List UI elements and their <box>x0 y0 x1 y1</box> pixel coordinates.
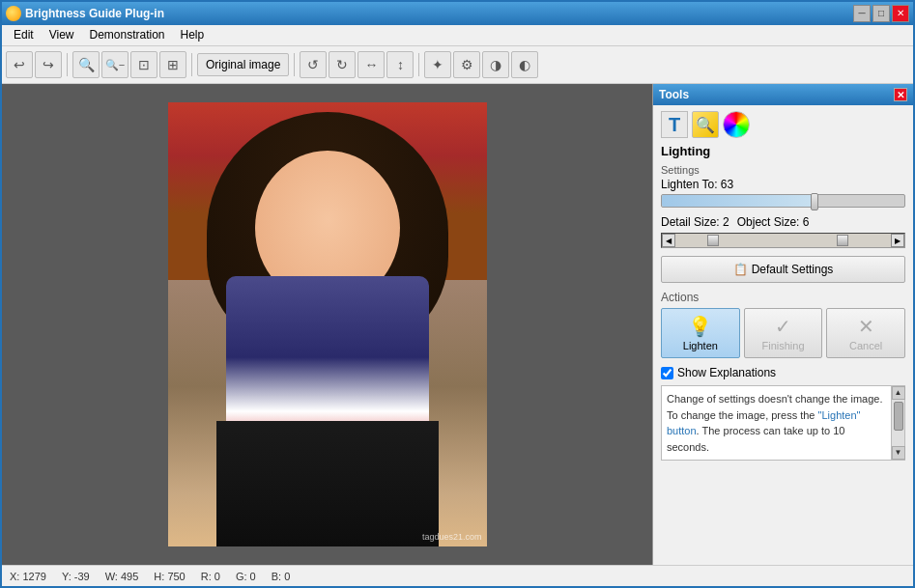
lighten-to-thumb[interactable] <box>811 193 818 210</box>
scroll-up-arrow[interactable]: ▲ <box>892 386 905 400</box>
main-window: Brightness Guide Plug-in ─ □ ✕ Edit View… <box>0 0 915 588</box>
slider-left-arrow[interactable]: ◀ <box>662 234 675 247</box>
lighting-heading: Lighting <box>661 144 905 158</box>
slider-inner-track <box>675 234 891 247</box>
toolbar: ↩ ↪ 🔍 🔍− ⊡ ⊞ Original image ↺ ↻ ↔ ↕ ✦ ⚙ … <box>2 46 913 85</box>
contrast1-button[interactable]: ◑ <box>482 51 509 78</box>
object-size-label: Object Size: 6 <box>737 215 810 229</box>
tools-panel: Tools ✕ T 🔍 Lighting Settings Lighten To… <box>652 84 913 565</box>
finishing-label: Finishing <box>761 340 804 351</box>
status-h: H: 750 <box>154 571 185 582</box>
status-g: G: 0 <box>236 571 256 582</box>
zoom-in-button[interactable]: 🔍 <box>72 51 100 78</box>
explanation-container: Change of settings doesn't change the im… <box>661 385 905 461</box>
default-settings-icon: 📋 <box>733 263 748 276</box>
tools-title-bar: Tools ✕ <box>653 84 913 105</box>
zoom-out-button[interactable]: 🔍− <box>101 51 129 78</box>
detail-object-slider-row: ◀ ▶ <box>661 233 905 248</box>
object-thumb[interactable] <box>837 235 848 246</box>
title-bar-left: Brightness Guide Plug-in <box>6 6 164 21</box>
title-bar: Brightness Guide Plug-in ─ □ ✕ <box>2 2 913 25</box>
menu-demonstration[interactable]: Demonstration <box>81 26 172 43</box>
lighten-label: Lighten <box>683 340 718 351</box>
actual-size-button[interactable]: ⊞ <box>159 51 186 78</box>
explanation-scrollbar: ▲ ▼ <box>891 386 904 460</box>
detail-size-label: Detail Size: 2 <box>661 215 729 229</box>
menu-help[interactable]: Help <box>173 26 213 43</box>
close-button[interactable]: ✕ <box>892 5 909 22</box>
menu-bar: Edit View Demonstration Help <box>2 25 913 46</box>
tools-close-button[interactable]: ✕ <box>894 88 907 101</box>
default-settings-label: Default Settings <box>752 263 834 276</box>
window-title: Brightness Guide Plug-in <box>25 7 164 20</box>
detail-object-track[interactable]: ◀ ▶ <box>661 233 905 248</box>
finishing-icon: ✓ <box>775 315 791 338</box>
toolbar-separator-3 <box>294 53 295 76</box>
canvas-area[interactable]: tagdues21.com <box>2 84 652 565</box>
fit-button[interactable]: ⊡ <box>130 51 157 78</box>
status-y: Y: -39 <box>62 571 90 582</box>
title-bar-buttons: ─ □ ✕ <box>853 5 909 22</box>
lighten-to-slider-row: Lighten To: 63 <box>661 178 905 208</box>
scroll-thumb[interactable] <box>894 402 903 431</box>
cancel-button[interactable]: ✕ Cancel <box>826 308 905 358</box>
show-explanations-row: Show Explanations <box>661 366 905 379</box>
lighten-to-label: Lighten To: 63 <box>661 178 905 191</box>
lighten-button[interactable]: 💡 Lighten <box>661 308 740 358</box>
portrait-legs <box>216 421 439 546</box>
tools-panel-title: Tools <box>659 88 689 101</box>
app-icon <box>6 6 21 21</box>
slider-right-arrow[interactable]: ▶ <box>891 234 904 247</box>
contrast2-button[interactable]: ◐ <box>511 51 538 78</box>
actions-row: 💡 Lighten ✓ Finishing ✕ Cancel <box>661 308 905 358</box>
toolbar-separator-4 <box>418 53 419 76</box>
explanation-box: Change of settings doesn't change the im… <box>661 385 905 461</box>
menu-edit[interactable]: Edit <box>6 26 42 43</box>
menu-view[interactable]: View <box>42 26 82 43</box>
lighten-to-fill <box>662 195 815 207</box>
rotate-ccw-button[interactable]: ↺ <box>300 51 327 78</box>
detail-thumb[interactable] <box>707 235 719 246</box>
lighten-icon: 💡 <box>688 315 712 338</box>
toolbar-separator-1 <box>67 53 68 76</box>
status-w: W: 495 <box>105 571 139 582</box>
watermark: tagdues21.com <box>422 532 482 542</box>
status-bar: X: 1279 Y: -39 W: 495 H: 750 R: 0 G: 0 B… <box>2 565 913 586</box>
settings1-button[interactable]: ✦ <box>424 51 451 78</box>
lighten-to-track[interactable] <box>661 194 905 208</box>
status-b: B: 0 <box>272 571 291 582</box>
tools-icons-row: T 🔍 <box>661 111 905 138</box>
finishing-button[interactable]: ✓ Finishing <box>744 308 823 358</box>
tools-content: T 🔍 Lighting Settings Lighten To: 63 <box>653 105 913 565</box>
lighten-link-text: "Lighten" button <box>667 409 860 437</box>
actions-label: Actions <box>661 291 905 304</box>
toolbar-separator-2 <box>191 53 192 76</box>
settings-subheading: Settings <box>661 164 905 176</box>
size-labels-row: Detail Size: 2 Object Size: 6 <box>661 215 905 229</box>
main-layout: tagdues21.com Tools ✕ T 🔍 Lighting Setti… <box>2 84 913 565</box>
show-explanations-label[interactable]: Show Explanations <box>677 366 776 379</box>
color-tool-icon[interactable] <box>723 111 750 138</box>
magnify-tool-icon[interactable]: 🔍 <box>692 111 719 138</box>
status-r: R: 0 <box>201 571 220 582</box>
default-settings-button[interactable]: 📋 Default Settings <box>661 256 905 283</box>
text-tool-icon[interactable]: T <box>661 111 688 138</box>
scroll-down-arrow[interactable]: ▼ <box>892 446 905 460</box>
flip-v-button[interactable]: ↕ <box>386 51 414 78</box>
minimize-button[interactable]: ─ <box>853 5 871 22</box>
original-image-button[interactable]: Original image <box>197 53 289 76</box>
settings2-button[interactable]: ⚙ <box>453 51 480 78</box>
cancel-icon: ✕ <box>858 315 874 338</box>
cancel-label: Cancel <box>849 340 882 351</box>
flip-h-button[interactable]: ↔ <box>357 51 385 78</box>
redo-button[interactable]: ↪ <box>35 51 62 78</box>
show-explanations-checkbox[interactable] <box>661 367 673 379</box>
canvas-image: tagdues21.com <box>168 102 487 546</box>
maximize-button[interactable]: □ <box>872 5 890 22</box>
explanation-text: Change of settings doesn't change the im… <box>667 391 900 455</box>
rotate-cw-button[interactable]: ↻ <box>329 51 356 78</box>
undo-button[interactable]: ↩ <box>6 51 33 78</box>
status-x: X: 1279 <box>10 571 46 582</box>
